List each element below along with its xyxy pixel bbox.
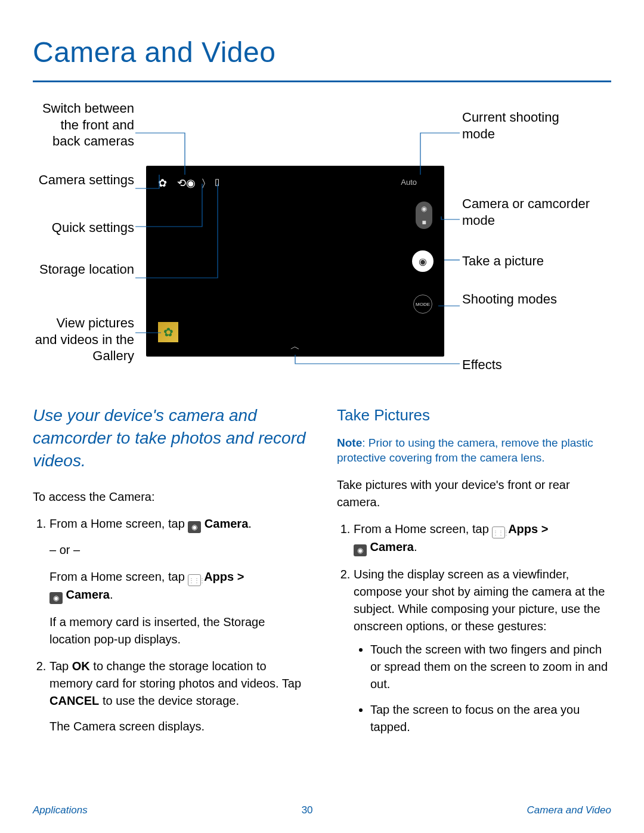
take-step-1: From a Home screen, tap ⋮⋮⋮ Apps > ◉ Cam… (354, 521, 611, 556)
bullet-pinch: Touch the screen with two fingers and pi… (370, 641, 611, 693)
apps-icon-2: ⋮⋮⋮ (492, 527, 505, 538)
page-title: Camera and Video (33, 36, 611, 69)
footer-right: Camera and Video (527, 804, 611, 816)
note-label: Note (337, 436, 362, 449)
access-steps: From a Home screen, tap ◉ Camera. – or –… (33, 515, 307, 735)
access-step-2: Tap OK to change the storage location to… (49, 658, 307, 735)
take-step-2: Using the display screen as a viewfinder… (354, 566, 611, 736)
gesture-bullets: Touch the screen with two fingers and pi… (354, 641, 611, 736)
leader-lines (33, 100, 611, 380)
tstep2-text: Using the display screen as a viewfinder… (354, 568, 605, 633)
page-footer: Applications 30 Camera and Video (33, 804, 611, 816)
footer-page-number: 30 (302, 804, 313, 816)
right-column: Take Pictures Note: Prior to using the c… (337, 404, 611, 745)
step1a-pre: From a Home screen, tap (49, 517, 188, 530)
camera-app-icon: ◉ (188, 521, 201, 533)
camera-label-2: Camera (367, 540, 414, 553)
step1c: If a memory card is inserted, the Storag… (49, 614, 307, 648)
left-column: Use your device's camera and camcorder t… (33, 404, 307, 745)
bullet-focus: Tap the screen to focus on the area you … (370, 701, 611, 736)
content-columns: Use your device's camera and camcorder t… (33, 404, 611, 745)
note-body: : Prior to using the camera, remove the … (337, 436, 593, 465)
tstep1-pre: From a Home screen, tap (354, 522, 492, 535)
take-steps: From a Home screen, tap ⋮⋮⋮ Apps > ◉ Cam… (337, 521, 611, 736)
apps-label: Apps > (201, 570, 244, 583)
intro-text: Use your device's camera and camcorder t… (33, 404, 307, 472)
step2-text: Tap OK to change the storage location to… (49, 659, 301, 707)
camera-app-icon-3: ◉ (354, 544, 367, 556)
or-text: – or – (49, 541, 307, 559)
take-intro: Take pictures with your device's front o… (337, 476, 611, 511)
camera-diagram: Switch between the front and back camera… (33, 100, 611, 380)
camera-label: Camera (63, 588, 110, 601)
access-step-1: From a Home screen, tap ◉ Camera. – or –… (49, 515, 307, 648)
step2b: The Camera screen displays. (49, 718, 307, 735)
take-pictures-heading: Take Pictures (337, 404, 611, 427)
camera-app-icon-2: ◉ (49, 592, 63, 604)
step1b: From a Home screen, tap ⋮⋮⋮ Apps > ◉ Cam… (49, 568, 307, 604)
access-label: To access the Camera: (33, 488, 307, 506)
footer-left: Applications (33, 804, 88, 816)
step1b-pre: From a Home screen, tap (49, 570, 188, 583)
apps-icon: ⋮⋮⋮ (188, 574, 201, 586)
step1a-post: Camera (201, 517, 248, 530)
title-divider (33, 80, 611, 82)
apps-label-2: Apps > (505, 522, 548, 535)
note-text: Note: Prior to using the camera, remove … (337, 435, 611, 466)
